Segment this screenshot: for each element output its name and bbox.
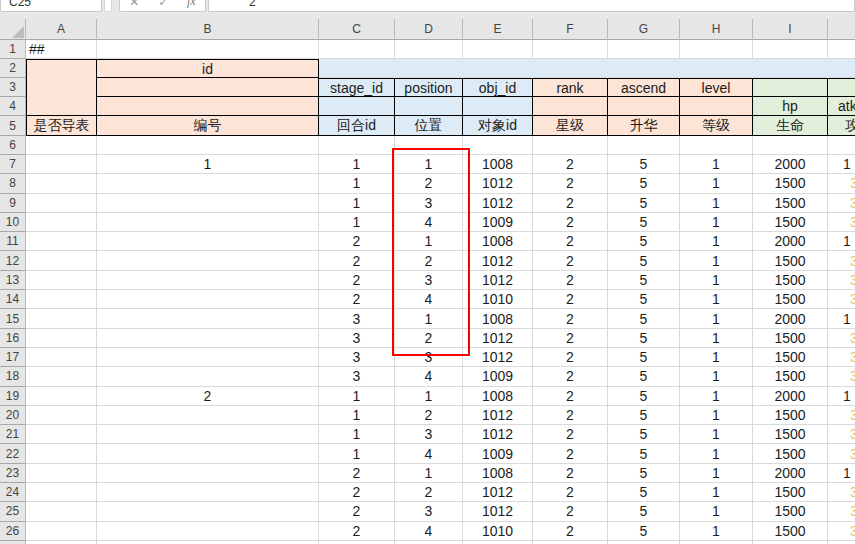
cell-B6[interactable]	[97, 136, 319, 155]
cell-G6[interactable]	[608, 136, 680, 155]
cell-F3[interactable]: rank	[533, 78, 608, 97]
row-header-19[interactable]: 19	[0, 387, 26, 406]
cell-E24[interactable]: 1012	[463, 483, 533, 502]
cell-J20[interactable]: 3	[828, 406, 855, 425]
row-header-17[interactable]: 17	[0, 348, 26, 367]
cell-G25[interactable]: 5	[608, 502, 680, 521]
cell-E12[interactable]: 1012	[463, 251, 533, 270]
cell-F17[interactable]: 2	[533, 348, 608, 367]
cell-I26[interactable]: 1500	[753, 522, 828, 541]
cell-A19[interactable]	[26, 387, 97, 406]
cell-I13[interactable]: 1500	[753, 271, 828, 290]
cell-C21[interactable]: 1	[319, 425, 395, 444]
cell-I11[interactable]: 2000	[753, 232, 828, 251]
cell-E7[interactable]: 1008	[463, 155, 533, 174]
cell-H15[interactable]: 1	[680, 309, 753, 328]
cell-J25[interactable]: 3	[828, 502, 855, 521]
cell-F25[interactable]: 2	[533, 502, 608, 521]
cell-E20[interactable]: 1012	[463, 406, 533, 425]
cell-F15[interactable]: 2	[533, 309, 608, 328]
cell-D10[interactable]: 4	[395, 213, 463, 232]
cell-G12[interactable]: 5	[608, 251, 680, 270]
cell-H16[interactable]: 1	[680, 329, 753, 348]
enter-icon[interactable]: ✓	[158, 0, 168, 9]
cell-F20[interactable]: 2	[533, 406, 608, 425]
cell-A8[interactable]	[26, 174, 97, 193]
cell-A15[interactable]	[26, 309, 97, 328]
cell-I19[interactable]: 2000	[753, 387, 828, 406]
cell-C11[interactable]: 2	[319, 232, 395, 251]
cell-E26[interactable]: 1010	[463, 522, 533, 541]
cell-A10[interactable]	[26, 213, 97, 232]
cell-D11[interactable]: 1	[395, 232, 463, 251]
cell-I14[interactable]: 1500	[753, 290, 828, 309]
column-header-C[interactable]: C	[319, 19, 395, 40]
cell-D20[interactable]: 2	[395, 406, 463, 425]
cell-H24[interactable]: 1	[680, 483, 753, 502]
column-header-H[interactable]: H	[680, 19, 753, 40]
cell-I9[interactable]: 1500	[753, 194, 828, 213]
cell-D21[interactable]: 3	[395, 425, 463, 444]
insert-function-icon[interactable]: fx	[187, 0, 196, 9]
cell-G9[interactable]: 5	[608, 194, 680, 213]
cell-B19[interactable]: 2	[97, 387, 319, 406]
row-header-13[interactable]: 13	[0, 271, 26, 290]
cell-D17[interactable]: 3	[395, 348, 463, 367]
cell-G11[interactable]: 5	[608, 232, 680, 251]
cell-D25[interactable]: 3	[395, 502, 463, 521]
cell-C12[interactable]: 2	[319, 251, 395, 270]
row-header-12[interactable]: 12	[0, 251, 26, 270]
cell-G20[interactable]: 5	[608, 406, 680, 425]
row-header-2[interactable]: 2	[0, 59, 26, 78]
cell-I8[interactable]: 1500	[753, 174, 828, 193]
cell-F1[interactable]	[533, 40, 608, 59]
row-header-8[interactable]: 8	[0, 174, 26, 193]
cell-B8[interactable]	[97, 174, 319, 193]
cell-G24[interactable]: 5	[608, 483, 680, 502]
cell-C4[interactable]	[319, 97, 395, 116]
cell-B10[interactable]	[97, 213, 319, 232]
row-header-3[interactable]: 3	[0, 78, 26, 97]
cell-G18[interactable]: 5	[608, 367, 680, 386]
cell-F7[interactable]: 2	[533, 155, 608, 174]
cell-H13[interactable]: 1	[680, 271, 753, 290]
cell-A16[interactable]	[26, 329, 97, 348]
cell-D15[interactable]: 1	[395, 309, 463, 328]
cell-B1[interactable]	[97, 40, 319, 59]
cell-D12[interactable]: 2	[395, 251, 463, 270]
cell-C18[interactable]: 3	[319, 367, 395, 386]
cell-C17[interactable]: 3	[319, 348, 395, 367]
cell-A22[interactable]	[26, 444, 97, 463]
row-header-9[interactable]: 9	[0, 194, 26, 213]
cell-E14[interactable]: 1010	[463, 290, 533, 309]
cell-B9[interactable]	[97, 194, 319, 213]
cell-D23[interactable]: 1	[395, 464, 463, 483]
cell-C5[interactable]: 回合id	[319, 116, 395, 136]
row-header-26[interactable]: 26	[0, 522, 26, 541]
cell-F10[interactable]: 2	[533, 213, 608, 232]
cell-F19[interactable]: 2	[533, 387, 608, 406]
cell-H1[interactable]	[680, 40, 753, 59]
cell-B11[interactable]	[97, 232, 319, 251]
cell-F21[interactable]: 2	[533, 425, 608, 444]
row-header-10[interactable]: 10	[0, 213, 26, 232]
cell-J23[interactable]: 1	[828, 464, 855, 483]
cell-D4[interactable]	[395, 97, 463, 116]
cell-D16[interactable]: 2	[395, 329, 463, 348]
cell-E10[interactable]: 1009	[463, 213, 533, 232]
cell-A12[interactable]	[26, 251, 97, 270]
cell-A2-merged[interactable]	[26, 59, 97, 116]
cell-C16[interactable]: 3	[319, 329, 395, 348]
cell-E3[interactable]: obj_id	[463, 78, 533, 97]
row-header-23[interactable]: 23	[0, 464, 26, 483]
row-header-21[interactable]: 21	[0, 425, 26, 444]
cell-B21[interactable]	[97, 425, 319, 444]
cell-C14[interactable]: 2	[319, 290, 395, 309]
cell-I3[interactable]	[753, 78, 828, 97]
row-header-22[interactable]: 22	[0, 444, 26, 463]
cell-E19[interactable]: 1008	[463, 387, 533, 406]
row-header-7[interactable]: 7	[0, 155, 26, 174]
cell-I7[interactable]: 2000	[753, 155, 828, 174]
cell-D3[interactable]: position	[395, 78, 463, 97]
column-header-I[interactable]: I	[753, 19, 828, 40]
